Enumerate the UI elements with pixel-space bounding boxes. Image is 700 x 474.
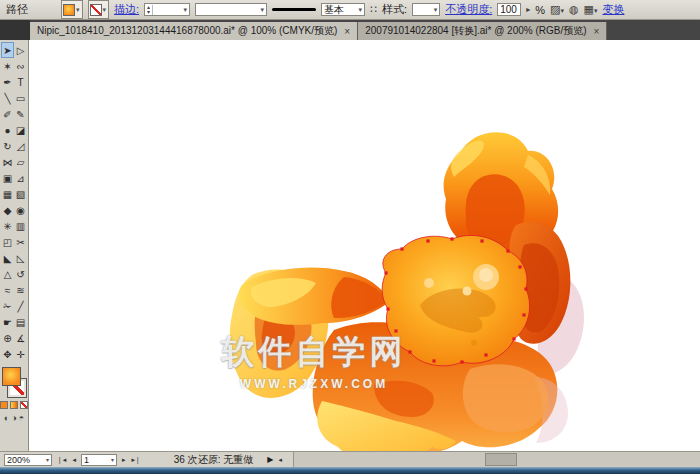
tool-line-segment[interactable]: ╲	[1, 90, 14, 106]
gradient-button[interactable]	[10, 401, 18, 409]
graphic-styles-icon[interactable]: ▨▾	[550, 3, 564, 16]
tool-perspective-selection[interactable]: △	[1, 266, 14, 282]
draw-behind-icon[interactable]: ◑	[11, 413, 16, 423]
tool-live-paint-bucket[interactable]: ◣	[1, 250, 14, 266]
fill-color-dropdown[interactable]: ▾	[61, 0, 83, 19]
brush-options-icon[interactable]: ∷	[370, 3, 377, 16]
tab-strip-spacer	[0, 20, 30, 40]
tool-width[interactable]: ⋈	[1, 154, 14, 170]
main-area: ➤▷✶∾✒T╲▭✐✎●◪↻◿⋈▱▣⊿▦▧◆◉✳▥◰✂◣◺△↺≈≋✁╱☛▤⊕∡✥✛…	[0, 40, 700, 451]
scroll-left-icon[interactable]: ◂	[277, 456, 283, 464]
tool-mesh[interactable]: ▦	[1, 186, 14, 202]
tool-pen[interactable]: ✒	[1, 74, 14, 90]
zoom-level-combo[interactable]: 200% ▾	[4, 454, 52, 466]
scrollbar-thumb[interactable]	[485, 453, 517, 466]
tool-type[interactable]: T	[14, 74, 27, 90]
chevron-down-icon: ▾	[43, 456, 49, 463]
transform-link[interactable]: 变换	[602, 2, 624, 17]
tool-rotate[interactable]: ↻	[1, 138, 14, 154]
tool-pencil[interactable]: ✎	[14, 106, 27, 122]
tool-wrinkle[interactable]: ≋	[14, 282, 27, 298]
brush-stroke-preview	[272, 8, 316, 11]
status-flyout-icon[interactable]: ▶	[267, 455, 273, 464]
stroke-color-dropdown[interactable]: ▾	[88, 0, 110, 19]
opacity-link[interactable]: 不透明度:	[445, 2, 492, 17]
tool-direct-selection[interactable]: ▷	[14, 42, 27, 58]
tab-title: Nipic_1018410_20131203144416878000.ai* @…	[37, 24, 337, 38]
draw-inside-icon[interactable]: ◓	[19, 413, 24, 423]
petal-left[interactable]	[239, 267, 390, 324]
tool-blob-brush[interactable]: ●	[1, 122, 14, 138]
draw-normal-icon[interactable]: ◐	[4, 413, 9, 423]
flower-center-selected[interactable]	[382, 235, 529, 365]
chevron-down-icon: ▾	[258, 6, 265, 14]
style-combo[interactable]: ▾	[412, 3, 440, 16]
chevron-down-icon: ▾	[102, 6, 108, 14]
artboard-number-combo[interactable]: 1 ▾	[81, 454, 117, 466]
tool-knife[interactable]: ╱	[14, 298, 27, 314]
tool-symbol-sprayer[interactable]: ✳	[1, 218, 14, 234]
tool-perspective-grid[interactable]: ⊿	[14, 170, 27, 186]
chevron-down-icon: ▾	[75, 6, 81, 14]
brush-definition-combo[interactable]: 基本 ▾	[321, 3, 365, 16]
next-artboard-button[interactable]: ▸	[121, 456, 127, 464]
last-artboard-button[interactable]: ▸❘	[130, 456, 141, 464]
tool-scissors[interactable]: ✁	[1, 298, 14, 314]
document-tab-1[interactable]: Nipic_1018410_20131203144416878000.ai* @…	[30, 22, 358, 40]
tool-warp[interactable]: ≈	[1, 282, 14, 298]
tool-paintbrush[interactable]: ✐	[1, 106, 14, 122]
fill-indicator-swatch[interactable]	[2, 367, 21, 386]
tab-title: 200791014022804 [转换].ai* @ 200% (RGB/预览)	[365, 24, 586, 38]
tool-zoom[interactable]: ⊕	[1, 330, 14, 346]
tool-navigator[interactable]: ✛	[14, 346, 27, 362]
tool-slice[interactable]: ✂	[14, 234, 27, 250]
tool-shape-builder[interactable]: ▣	[1, 170, 14, 186]
zoom-level-value: 200%	[7, 455, 30, 465]
document-tab-strip: Nipic_1018410_20131203144416878000.ai* @…	[0, 20, 700, 40]
first-artboard-button[interactable]: ❘◂	[56, 456, 67, 464]
stroke-weight-combo[interactable]: ▴▾ ▾	[144, 3, 190, 16]
toolbox-panel: ➤▷✶∾✒T╲▭✐✎●◪↻◿⋈▱▣⊿▦▧◆◉✳▥◰✂◣◺△↺≈≋✁╱☛▤⊕∡✥✛…	[0, 40, 29, 451]
flower-artwork[interactable]	[224, 125, 624, 451]
color-button[interactable]	[0, 401, 8, 409]
tool-live-paint-selection[interactable]: ◺	[14, 250, 27, 266]
close-icon[interactable]: ×	[344, 26, 350, 37]
opacity-spinner-icon[interactable]: ▸	[526, 5, 530, 14]
artboard-canvas[interactable]: 软件自学网 WWW.RJZXW.COM	[29, 40, 700, 451]
fill-color-swatch	[63, 4, 75, 16]
align-options-icon[interactable]: ▦▾	[584, 3, 598, 16]
tool-measure[interactable]: ∡	[14, 330, 27, 346]
tool-artboard[interactable]: ◰	[1, 234, 14, 250]
tool-blend[interactable]: ◉	[14, 202, 27, 218]
tool-free-transform[interactable]: ▱	[14, 154, 27, 170]
tool-column-graph[interactable]: ▥	[14, 218, 27, 234]
tool-lasso[interactable]: ∾	[14, 58, 27, 74]
tool-magic-wand[interactable]: ✶	[1, 58, 14, 74]
tool-eyedropper[interactable]: ◆	[1, 202, 14, 218]
stroke-panel-link[interactable]: 描边:	[114, 2, 139, 17]
horizontal-scrollbar[interactable]	[293, 452, 700, 467]
tool-gradient[interactable]: ▧	[14, 186, 27, 202]
tool-eraser[interactable]: ◪	[14, 122, 27, 138]
tool-print-tiling[interactable]: ▤	[14, 314, 27, 330]
prev-artboard-button[interactable]: ◂	[71, 456, 77, 464]
tool-rotate-view[interactable]: ↺	[14, 266, 27, 282]
document-tab-2[interactable]: 200791014022804 [转换].ai* @ 200% (RGB/预览)…	[358, 22, 607, 40]
opacity-input[interactable]: 100	[497, 3, 521, 16]
fill-stroke-indicator[interactable]	[2, 367, 26, 397]
recolor-artwork-icon[interactable]: ◍	[569, 3, 579, 16]
stroke-none-swatch	[90, 4, 102, 16]
tool-scale[interactable]: ◿	[14, 138, 27, 154]
control-bar: 路径 ▾ ▾ 描边: ▴▾ ▾ ▾ 基本 ▾ ∷ 样式: ▾ 不透明度: 100…	[0, 0, 700, 20]
tool-hand[interactable]: ☛	[1, 314, 14, 330]
percent-label: %	[535, 4, 545, 16]
close-icon[interactable]: ×	[594, 26, 600, 37]
none-button[interactable]	[20, 401, 28, 409]
tool-rectangle[interactable]: ▭	[14, 90, 27, 106]
chevron-down-icon: ▾	[181, 6, 188, 14]
stepper-icon: ▴▾	[147, 5, 153, 15]
width-profile-combo[interactable]: ▾	[195, 3, 267, 16]
tool-selection[interactable]: ➤	[1, 42, 14, 58]
brush-name: 基本	[324, 3, 344, 17]
tool-symbol-shifter[interactable]: ✥	[1, 346, 14, 362]
